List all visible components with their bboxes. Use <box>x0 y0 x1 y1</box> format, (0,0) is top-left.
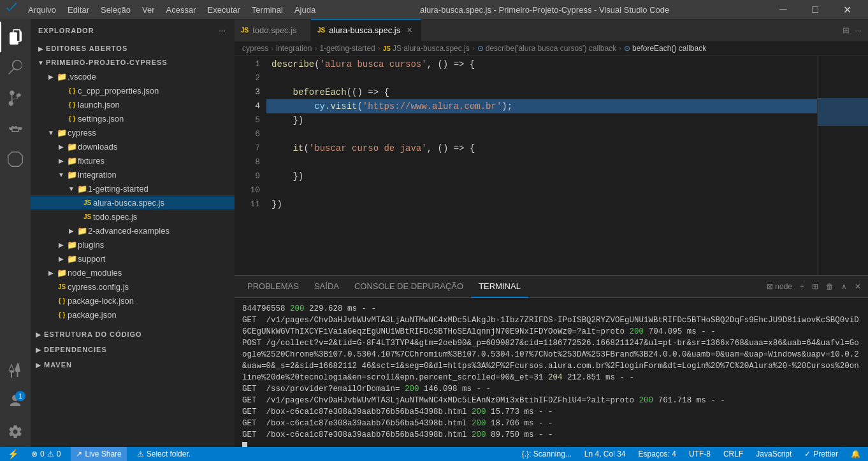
breadcrumb-file[interactable]: JSJS alura-busca.spec.js <box>383 44 470 53</box>
minimize-button[interactable]: ─ <box>769 0 798 19</box>
activity-run-debug[interactable] <box>0 113 31 144</box>
getting-started-folder[interactable]: ▼ 📁 1-getting-started <box>31 181 235 195</box>
cypress-folder[interactable]: ▼ 📁 cypress <box>31 125 235 139</box>
notifications-button[interactable]: 🔔 <box>848 447 863 461</box>
tab-alura-busca[interactable]: JS alura-busca.spec.js ✕ <box>311 19 421 41</box>
prettier-status[interactable]: ✓ Prettier <box>802 447 841 461</box>
vscode-folder[interactable]: ▶ 📁 .vscode <box>31 69 235 83</box>
tab-problemas[interactable]: PROBLEMAS <box>240 276 307 298</box>
warning-icon: ⚠ <box>47 450 54 458</box>
cypress-config-file[interactable]: JS cypress.config.js <box>31 280 235 294</box>
estrutura-section[interactable]: ▶ ESTRUTURA DO CÓDIGO <box>31 327 235 342</box>
settings-file[interactable]: { } settings.json <box>31 111 235 125</box>
spaces-setting[interactable]: Espaços: 4 <box>636 447 679 461</box>
advanced-folder[interactable]: ▶ 📁 2-advanced-examples <box>31 223 235 238</box>
open-editors-section[interactable]: ▶ EDITORES ABERTOS <box>31 41 235 55</box>
tab-todo[interactable]: JS todo.spec.js <box>235 19 311 41</box>
menu-arquivo[interactable]: Arquivo <box>23 4 61 16</box>
package-file[interactable]: { } package.json <box>31 308 235 322</box>
cpp-properties-file[interactable]: { } c_cpp_properties.json <box>31 83 235 97</box>
alura-busca-file[interactable]: JS alura-busca.spec.js <box>31 195 235 209</box>
kill-terminal-button[interactable]: 🗑 <box>824 280 835 293</box>
activity-search[interactable] <box>0 52 31 83</box>
scanning-status[interactable]: {.}: Scanning... <box>519 447 574 461</box>
menu-ver[interactable]: Ver <box>137 4 160 16</box>
plugins-label: plugins <box>78 240 104 250</box>
tab-saida[interactable]: SAÍDA <box>307 276 347 298</box>
breadcrumb-getting-started[interactable]: 1-getting-started <box>319 44 375 53</box>
tab-console[interactable]: CONSOLE DE DEPURAÇÃO <box>347 276 471 298</box>
launch-label: launch.json <box>78 100 120 110</box>
package-label: package.json <box>68 310 117 320</box>
encoding-setting[interactable]: UTF-8 <box>686 447 713 461</box>
cursor-position[interactable]: Ln 4, Col 34 <box>582 447 628 461</box>
close-button[interactable]: ✕ <box>832 0 862 19</box>
breadcrumb-sep1: › <box>271 44 273 53</box>
remote-button[interactable]: ⚡ <box>5 447 21 461</box>
integration-icon: 📁 <box>66 170 78 180</box>
cpp-properties-label: c_cpp_properties.json <box>78 86 159 96</box>
encoding-label: UTF-8 <box>689 450 711 458</box>
menu-terminal[interactable]: Terminal <box>247 4 288 16</box>
plugins-folder[interactable]: ▶ 📁 plugins <box>31 238 235 252</box>
integration-folder[interactable]: ▼ 📁 integration <box>31 167 235 181</box>
maximize-button[interactable]: □ <box>800 0 830 19</box>
node-modules-folder[interactable]: ▶ 📁 node_modules <box>31 266 235 280</box>
downloads-folder[interactable]: ▶ 📁 downloads <box>31 139 235 153</box>
language-setting[interactable]: JavaScript <box>753 447 794 461</box>
activity-account[interactable]: 1 <box>0 386 31 416</box>
breadcrumb-describe[interactable]: ⊙describe('alura busca cursos') callback <box>477 44 616 53</box>
new-terminal-button[interactable]: + <box>798 280 806 293</box>
more-actions-button[interactable]: ··· <box>853 24 863 36</box>
live-share-button[interactable]: ↗ Live Share <box>71 447 126 461</box>
support-folder[interactable]: ▶ 📁 support <box>31 252 235 266</box>
breadcrumb-beforeeach[interactable]: ⊙beforeEach() callback <box>624 44 706 53</box>
menu-executar[interactable]: Executar <box>203 4 245 16</box>
activity-explorer[interactable] <box>0 22 31 52</box>
fixtures-icon: 📁 <box>66 156 78 166</box>
activity-testing[interactable] <box>0 355 31 386</box>
select-folder-label: Select folder. <box>147 450 191 458</box>
package-lock-file[interactable]: { } package-lock.json <box>31 294 235 308</box>
node-modules-icon: 📁 <box>56 268 68 278</box>
status-right: {.}: Scanning... Ln 4, Col 34 Espaços: 4… <box>519 447 863 461</box>
code-editor[interactable]: 1 2 3 4 5 6 7 8 9 10 11 describe('alura … <box>235 56 868 275</box>
menu-ajuda[interactable]: Ajuda <box>289 4 321 16</box>
breadcrumb-integration[interactable]: integration <box>276 44 312 53</box>
maximize-panel-button[interactable]: ∧ <box>839 280 849 293</box>
project-arrow: ▼ <box>36 59 46 66</box>
fixtures-label: fixtures <box>78 156 105 166</box>
sidebar-header: EXPLORADOR ··· <box>31 19 235 41</box>
code-line-6 <box>266 127 817 141</box>
terminal-line-3: POST /g/collect?v=2&tid=G-8F4LT3TYP4&gtm… <box>242 337 860 383</box>
menu-editar[interactable]: Editar <box>62 4 94 16</box>
close-panel-button[interactable]: ✕ <box>853 280 863 293</box>
launch-file[interactable]: { } launch.json <box>31 97 235 111</box>
maven-section[interactable]: ▶ MAVEN <box>31 357 235 372</box>
line-ending-setting[interactable]: CRLF <box>721 447 746 461</box>
tab-terminal[interactable]: TERMINAL <box>471 276 528 298</box>
activity-source-control[interactable] <box>0 83 31 113</box>
split-editor-button[interactable]: ⊞ <box>841 24 851 36</box>
code-content[interactable]: describe('alura busca cursos', () => { b… <box>266 56 817 275</box>
sidebar-more-options[interactable]: ··· <box>217 24 227 36</box>
select-folder[interactable]: ⚠ Select folder. <box>134 447 193 461</box>
todo-file[interactable]: JS todo.spec.js <box>31 209 235 223</box>
menu-acessar[interactable]: Acessar <box>161 4 201 16</box>
breadcrumb-cypress[interactable]: cypress <box>242 44 268 53</box>
project-section[interactable]: ▼ PRIMEIRO-PROJETO-CYPRESS <box>31 55 235 69</box>
menu-selecao[interactable]: Seleção <box>96 4 136 16</box>
terminal-line-8: GET /box-c6ca1c87e308a39aabb76b56ba54398… <box>242 429 860 441</box>
terminal-body[interactable]: 844796558 200 229.628 ms - - GET /v1/pag… <box>235 298 868 447</box>
cypress-label: cypress <box>68 128 96 138</box>
activity-extensions[interactable] <box>0 144 31 174</box>
errors-warnings[interactable]: ⊗ 0 ⚠ 0 <box>29 447 63 461</box>
dependencies-section[interactable]: ▶ DEPENDENCIES <box>31 342 235 357</box>
fixtures-folder[interactable]: ▶ 📁 fixtures <box>31 153 235 167</box>
file-tree: ▶ EDITORES ABERTOS ▼ PRIMEIRO-PROJETO-CY… <box>31 41 235 447</box>
split-terminal-button[interactable]: ⊞ <box>810 280 820 293</box>
getting-started-arrow: ▼ <box>66 185 76 192</box>
line-num-2: 2 <box>235 71 260 85</box>
tab-close-button[interactable]: ✕ <box>404 25 414 36</box>
activity-settings[interactable] <box>0 416 31 447</box>
